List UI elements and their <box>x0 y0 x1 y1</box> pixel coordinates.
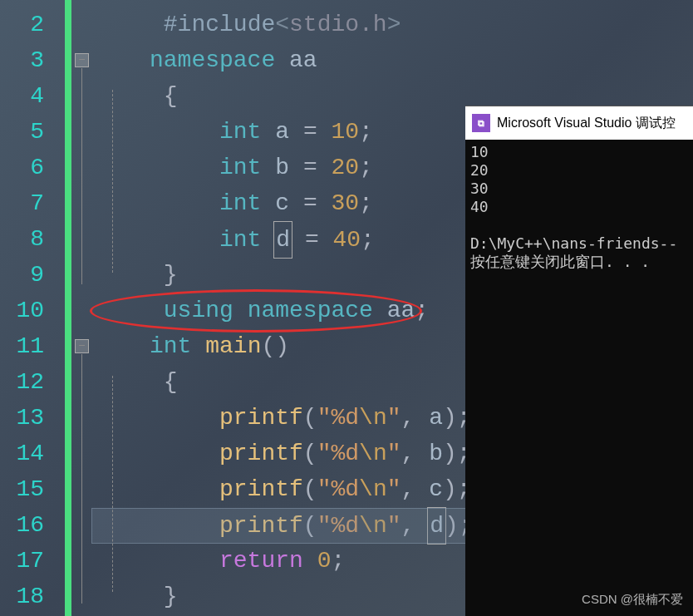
code-line[interactable]: { <box>150 78 473 114</box>
line-number: 17 <box>0 543 44 579</box>
code-line[interactable]: printf("%d\n", a); <box>150 400 473 436</box>
console-titlebar[interactable]: ⧉ Microsoft Visual Studio 调试控 <box>465 106 693 140</box>
code-line[interactable]: int main() <box>150 328 473 364</box>
fold-toggle-icon[interactable]: − <box>75 339 89 353</box>
debug-console-window[interactable]: ⧉ Microsoft Visual Studio 调试控 10 20 30 4… <box>465 106 693 616</box>
code-line[interactable]: printf("%d\n", b); <box>150 436 473 471</box>
line-number: 7 <box>0 185 44 221</box>
line-number: 12 <box>0 364 44 400</box>
code-line[interactable]: int a = 10; <box>150 114 473 150</box>
console-output[interactable]: 10 20 30 40 D:\MyC++\nans-friends-- 按任意键… <box>465 140 693 274</box>
line-number: 10 <box>0 293 44 328</box>
line-number: 5 <box>0 114 44 150</box>
change-indicator-bar <box>65 0 71 616</box>
code-line[interactable]: int d = 40; <box>150 221 473 257</box>
line-number: 11 <box>0 328 44 364</box>
code-line[interactable]: } <box>150 257 473 293</box>
code-line[interactable]: using namespace aa; <box>150 293 473 328</box>
indent-guide <box>112 376 113 592</box>
line-number: 2 <box>0 7 44 42</box>
visual-studio-icon: ⧉ <box>472 114 490 132</box>
line-number: 13 <box>0 400 44 436</box>
line-number: 3 <box>0 42 44 78</box>
code-line[interactable]: { <box>150 364 473 400</box>
line-number: 18 <box>0 579 44 614</box>
code-line[interactable]: int c = 30; <box>150 185 473 221</box>
symbol-highlight: d <box>273 221 292 259</box>
code-line[interactable]: printf("%d\n", c); <box>150 471 473 507</box>
console-title-text: Microsoft Visual Studio 调试控 <box>497 115 676 132</box>
line-number: 9 <box>0 257 44 293</box>
fold-toggle-icon[interactable]: − <box>75 53 89 67</box>
fold-guide-line <box>81 68 82 284</box>
line-number: 15 <box>0 471 44 507</box>
line-number-gutter[interactable]: 2 3 4 5 6 7 8 9 10 11 12 13 14 15 16 17 … <box>0 0 54 616</box>
code-line[interactable]: namespace aa <box>150 42 473 78</box>
line-number: 4 <box>0 78 44 114</box>
line-number: 14 <box>0 436 44 471</box>
code-line[interactable]: return 0; <box>150 543 473 579</box>
code-line[interactable]: #include<stdio.h> <box>150 7 473 42</box>
indent-guide <box>112 90 113 273</box>
watermark: CSDN @很楠不爱 <box>582 592 683 608</box>
code-line[interactable]: } <box>150 579 473 614</box>
code-line[interactable]: int b = 20; <box>150 150 473 185</box>
line-number: 8 <box>0 221 44 257</box>
line-number: 6 <box>0 150 44 185</box>
line-number: 16 <box>0 507 44 543</box>
fold-guide-line <box>81 354 82 604</box>
